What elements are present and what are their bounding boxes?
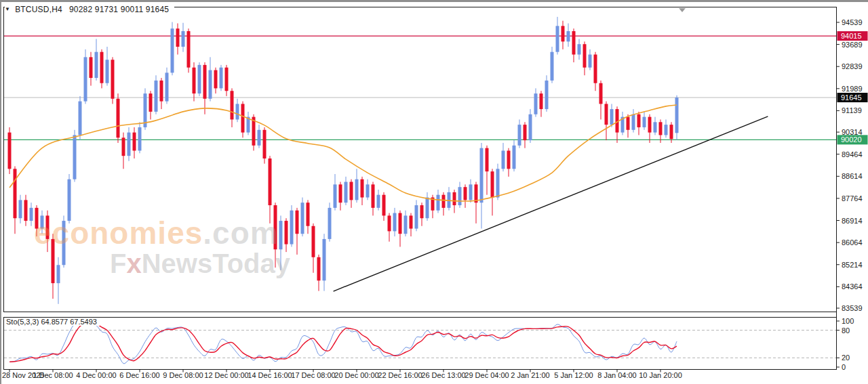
stochastic-levels: 10080200 [4, 317, 854, 371]
price-tick-label: 90314 [842, 128, 863, 136]
chart-shift-marker[interactable] [679, 8, 686, 12]
indicator-tick-label: 100 [842, 317, 854, 325]
time-tick-label: 14 Dec 16:00 [248, 371, 292, 379]
price-badge-label: 90020 [841, 135, 862, 144]
price-tick-label: 84364 [842, 282, 863, 291]
price-tick-label: 92839 [842, 62, 863, 70]
time-tick-label: 20 Dec 00:00 [334, 371, 378, 379]
price-tick-label: 87764 [842, 194, 863, 202]
time-tick-label: 2 Jan 21:00 [511, 371, 550, 379]
price-badge-label: 94015 [841, 32, 862, 40]
price-tick-label: 89464 [842, 150, 863, 158]
price-badge-label: 91645 [841, 93, 862, 102]
time-tick-label: 8 Jan 04:00 [597, 371, 637, 379]
time-tick-label: 26 Dec 13:00 [421, 371, 465, 379]
title-open: 90282 [69, 5, 92, 14]
time-tick-label: 9 Dec 08:00 [163, 371, 203, 379]
price-tick-label: 85214 [842, 261, 863, 269]
indicator-name: Sto(5,3,3) [6, 318, 39, 326]
time-tick-label: 22 Dec 16:00 [378, 371, 422, 379]
moving-average-line[interactable] [9, 105, 677, 201]
price-tick-label: 86064 [842, 238, 863, 247]
symbol-dropdown-icon[interactable]: ▼ [5, 7, 10, 12]
trendline[interactable] [334, 116, 768, 291]
title-close: 91645 [146, 5, 169, 14]
indicator-tick-label: 80 [842, 326, 850, 335]
indicator-k-value: 64.8577 [41, 318, 68, 326]
time-tick-label: 4 Dec 00:00 [76, 371, 116, 379]
price-tick-label: 94539 [842, 18, 863, 26]
time-axis[interactable]: 28 Nov 20251 Dec 08:004 Dec 00:006 Dec 1… [2, 370, 682, 380]
time-tick-label: 6 Dec 16:00 [119, 371, 159, 379]
price-tick-label: 91989 [842, 85, 863, 93]
indicator-tick-label: 20 [842, 354, 850, 362]
time-tick-label: 5 Jan 12:00 [554, 371, 593, 379]
time-tick-label: 17 Dec 08:00 [291, 371, 335, 379]
indicator-pane-frame [4, 318, 837, 370]
chart-title: ▼BTCUSD,H490282 91731 90011 91645 [5, 4, 174, 15]
mt4-chart-window: 9401591645900209453993689928399198991139… [0, 0, 868, 384]
candles-layer [8, 17, 679, 304]
time-tick-label: 1 Dec 08:00 [33, 371, 73, 379]
title-low: 90011 [121, 5, 143, 14]
indicator-label: Sto(5,3,3) 64.8577 67.5493 [6, 318, 100, 326]
indicator-d-value: 67.5493 [70, 318, 97, 326]
price-tick-label: 91139 [842, 106, 862, 114]
price-tick-label: 88614 [842, 172, 863, 180]
time-tick-label: 12 Dec 00:00 [204, 371, 248, 379]
title-high: 91731 [95, 5, 118, 14]
time-tick-label: 29 Dec 04:00 [465, 371, 509, 379]
stochastic-d-line [9, 322, 677, 362]
stochastic-k-line [9, 322, 677, 364]
price-chart-canvas[interactable]: 9401591645900209453993689928399198991139… [0, 0, 868, 384]
time-tick-label: 10 Jan 20:00 [639, 371, 682, 379]
indicator-tick-label: 0 [842, 363, 846, 371]
price-axis[interactable]: 9453993689928399198991139903148946488614… [837, 18, 863, 312]
price-tick-label: 93689 [842, 41, 863, 49]
price-tick-label: 86914 [842, 217, 863, 225]
symbol-label: BTCUSD,H4 [15, 5, 62, 14]
price-tick-label: 83539 [842, 304, 863, 312]
